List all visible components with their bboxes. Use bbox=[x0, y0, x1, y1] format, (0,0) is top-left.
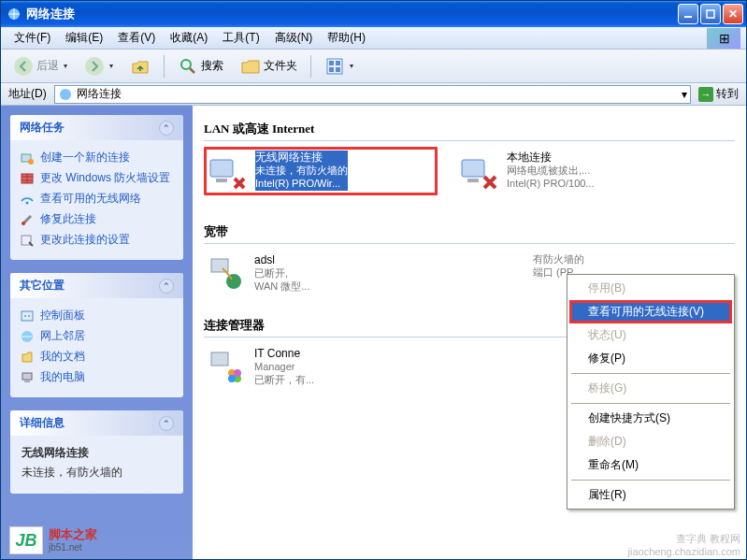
ctx-repair[interactable]: 修复(P) bbox=[569, 347, 732, 370]
task-view-wireless[interactable]: 查看可用的无线网络 bbox=[20, 189, 174, 209]
connection-adsl[interactable]: adsl 已断开, WAN 微型... bbox=[204, 250, 344, 298]
ctx-properties[interactable]: 属性(R) bbox=[569, 483, 732, 507]
local-connection-icon bbox=[458, 151, 499, 192]
other-places-panel: 其它位置 ⌃ 控制面板 网上邻居 我的文档 我的电脑 bbox=[10, 273, 183, 397]
menu-bar: 文件(F) 编辑(E) 查看(V) 收藏(A) 工具(T) 高级(N) 帮助(H… bbox=[1, 27, 746, 50]
svg-rect-24 bbox=[210, 160, 233, 177]
address-icon bbox=[58, 87, 73, 102]
toolbar: 后退 ▾ ▾ 搜索 文件夹 ▾ bbox=[1, 50, 746, 83]
title-bar[interactable]: 网络连接 ✕ bbox=[1, 1, 746, 27]
sidebar: 网络任务 ⌃ 创建一个新的连接 更改 Windows 防火墙设置 查看可用的无线… bbox=[1, 106, 193, 559]
connection-wireless[interactable]: 无线网络连接 未连接，有防火墙的 Intel(R) PRO/Wir... bbox=[204, 147, 438, 195]
menu-advanced[interactable]: 高级(N) bbox=[267, 28, 321, 48]
forward-icon bbox=[84, 56, 105, 77]
chevron-down-icon[interactable]: ▾ bbox=[682, 88, 687, 101]
place-my-computer[interactable]: 我的电脑 bbox=[20, 367, 174, 388]
ctx-separator bbox=[571, 403, 730, 404]
ctx-bridge[interactable]: 桥接(G) bbox=[569, 377, 732, 400]
collapse-icon: ⌃ bbox=[159, 121, 174, 136]
ctx-delete[interactable]: 删除(D) bbox=[569, 430, 732, 453]
place-network-neighborhood[interactable]: 网上邻居 bbox=[20, 326, 174, 347]
ctx-shortcut[interactable]: 创建快捷方式(S) bbox=[569, 407, 732, 430]
window-root: 网络连接 ✕ 文件(F) 编辑(E) 查看(V) 收藏(A) 工具(T) 高级(… bbox=[0, 0, 747, 560]
panel-title: 详细信息 bbox=[20, 415, 65, 431]
minimize-button[interactable] bbox=[678, 4, 698, 24]
chevron-down-icon: ▾ bbox=[350, 62, 353, 70]
collapse-icon: ⌃ bbox=[159, 416, 174, 431]
lan-items: 无线网络连接 未连接，有防火墙的 Intel(R) PRO/Wir... 本地连… bbox=[204, 147, 735, 195]
new-connection-icon bbox=[20, 151, 35, 165]
task-settings[interactable]: 更改此连接的设置 bbox=[20, 230, 174, 251]
ctx-separator bbox=[571, 480, 730, 481]
svg-point-33 bbox=[228, 375, 236, 382]
search-button[interactable]: 搜索 bbox=[171, 52, 230, 80]
item-text: 无线网络连接 未连接，有防火墙的 Intel(R) PRO/Wir... bbox=[255, 151, 348, 191]
address-input[interactable]: 网络连接 ▾ bbox=[54, 85, 691, 104]
svg-rect-22 bbox=[22, 373, 32, 380]
footer-logo: JB 脚本之家 jb51.net bbox=[9, 526, 97, 554]
jb-logo-icon: JB bbox=[9, 526, 43, 554]
app-icon bbox=[7, 7, 22, 22]
ctx-rename[interactable]: 重命名(M) bbox=[569, 453, 732, 477]
network-tasks-header[interactable]: 网络任务 ⌃ bbox=[10, 115, 183, 140]
context-menu: 停用(B) 查看可用的无线连接(V) 状态(U) 修复(P) 桥接(G) 创建快… bbox=[567, 274, 735, 510]
connection-itconnect[interactable]: IT Conne Manager 已断开，有... bbox=[204, 343, 344, 392]
svg-rect-30 bbox=[211, 352, 228, 366]
computer-icon bbox=[20, 370, 35, 385]
svg-rect-1 bbox=[684, 16, 692, 18]
chevron-down-icon: ▾ bbox=[64, 62, 67, 70]
footer-logo-text: 脚本之家 bbox=[49, 528, 97, 541]
menu-favorites[interactable]: 收藏(A) bbox=[163, 28, 215, 48]
item-title: IT Conne bbox=[254, 347, 314, 361]
detail-header[interactable]: 详细信息 ⌃ bbox=[10, 410, 183, 436]
window-title: 网络连接 bbox=[26, 6, 678, 22]
connection-local[interactable]: 本地连接 网络电缆被拔出,... Intel(R) PRO/100... bbox=[456, 147, 625, 195]
maximize-button[interactable] bbox=[700, 4, 721, 24]
content-pane: LAN 或高速 Internet 无线网络连接 未连接，有防火墙的 Intel(… bbox=[193, 106, 746, 559]
wireless-connection-icon bbox=[207, 151, 248, 192]
place-control-panel[interactable]: 控制面板 bbox=[20, 306, 174, 326]
place-my-documents[interactable]: 我的文档 bbox=[20, 347, 174, 367]
views-button[interactable]: ▾ bbox=[318, 52, 360, 80]
other-places-header[interactable]: 其它位置 ⌃ bbox=[10, 273, 183, 298]
wireless-icon bbox=[20, 192, 35, 207]
svg-rect-23 bbox=[24, 381, 30, 382]
svg-point-15 bbox=[26, 202, 29, 205]
task-repair[interactable]: 修复此连接 bbox=[20, 209, 174, 230]
menu-view[interactable]: 查看(V) bbox=[110, 28, 163, 48]
panel-title: 其它位置 bbox=[20, 278, 65, 294]
back-button[interactable]: 后退 ▾ bbox=[7, 52, 74, 80]
menu-tools[interactable]: 工具(T) bbox=[215, 28, 266, 48]
ctx-disable[interactable]: 停用(B) bbox=[569, 277, 732, 300]
separator bbox=[164, 55, 165, 78]
panel-title: 网络任务 bbox=[20, 120, 65, 136]
item-sub1: 有防火墙的 bbox=[533, 253, 584, 266]
menu-edit[interactable]: 编辑(E) bbox=[58, 28, 110, 48]
ctx-view-wireless[interactable]: 查看可用的无线连接(V) bbox=[569, 300, 732, 323]
task-firewall[interactable]: 更改 Windows 防火墙设置 bbox=[20, 168, 174, 189]
close-button[interactable]: ✕ bbox=[723, 4, 743, 24]
up-button[interactable] bbox=[123, 52, 157, 80]
watermark-line2: jiaocheng.chazidian.com bbox=[628, 546, 740, 557]
documents-icon bbox=[20, 350, 35, 365]
svg-point-20 bbox=[28, 315, 30, 317]
go-button[interactable]: → 转到 bbox=[695, 86, 742, 102]
detail-panel: 详细信息 ⌃ 无线网络连接 未连接，有防火墙的 bbox=[10, 410, 183, 494]
windows-logo-icon: ⊞ bbox=[707, 28, 740, 49]
detail-sub: 未连接，有防火墙的 bbox=[22, 465, 172, 481]
address-bar: 地址(D) 网络连接 ▾ → 转到 bbox=[1, 83, 746, 106]
ctx-separator bbox=[571, 373, 730, 374]
client-area: 网络任务 ⌃ 创建一个新的连接 更改 Windows 防火墙设置 查看可用的无线… bbox=[1, 106, 746, 559]
menu-file[interactable]: 文件(F) bbox=[7, 28, 58, 48]
svg-rect-2 bbox=[707, 10, 714, 18]
folders-label: 文件夹 bbox=[264, 58, 297, 74]
item-text: IT Conne Manager 已断开，有... bbox=[254, 347, 314, 387]
svg-point-3 bbox=[14, 57, 33, 76]
menu-help[interactable]: 帮助(H) bbox=[320, 28, 373, 48]
back-icon bbox=[13, 56, 34, 77]
folders-button[interactable]: 文件夹 bbox=[234, 52, 304, 80]
search-icon bbox=[178, 56, 198, 77]
forward-button[interactable]: ▾ bbox=[78, 52, 120, 80]
ctx-status[interactable]: 状态(U) bbox=[569, 323, 732, 347]
task-create-connection[interactable]: 创建一个新的连接 bbox=[20, 148, 174, 168]
